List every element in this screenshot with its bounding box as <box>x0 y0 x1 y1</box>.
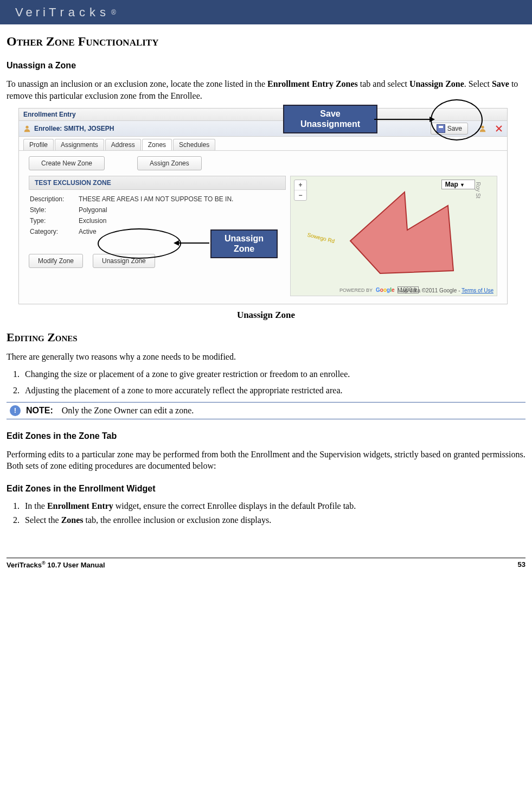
tab-assignments[interactable]: Assignments <box>55 139 104 150</box>
list-editing-reasons: Changing the size or placement of a zone… <box>22 369 525 395</box>
enrollee-label: Enrollee: SMITH, JOSEPH <box>34 125 114 132</box>
footer-left: VeriTracks® 10.7 User Manual <box>7 560 105 569</box>
label-category: Category: <box>30 228 74 235</box>
person-icon <box>23 125 31 132</box>
map-type-dropdown[interactable]: Map ▼ <box>441 180 475 189</box>
heading-edit-zones-zone-tab: Edit Zones in the Zone Tab <box>7 431 525 441</box>
zone-polygon <box>345 189 475 287</box>
value-type: Exclusion <box>79 217 106 225</box>
modify-zone-button[interactable]: Modify Zone <box>29 254 83 268</box>
callout-unassign-zone: UnassignZone <box>210 229 278 258</box>
heading-editing-zones: Editing Zones <box>7 330 525 344</box>
svg-point-0 <box>25 126 28 129</box>
heading-edit-zones-enrollment-widget: Edit Zones in the Enrollment Widget <box>7 484 525 494</box>
note-icon: ! <box>10 405 21 416</box>
paragraph-editing-intro: There are generally two reasons why a zo… <box>7 351 525 363</box>
callout-save-unassignment: SaveUnassignment <box>283 105 377 133</box>
brand-tracks: Tracks <box>49 5 110 20</box>
tab-profile[interactable]: Profile <box>23 139 54 150</box>
label-description: Description: <box>30 195 74 203</box>
terms-link[interactable]: Terms of Use <box>462 288 493 293</box>
heading-other-zone-functionality: Other Zone Functionality <box>7 34 525 49</box>
paragraph-unassign-intro: To unassign an inclusion or an exclusion… <box>7 78 525 101</box>
paragraph-edit-zone-tab: Performing edits to a particular zone ma… <box>7 449 525 472</box>
tab-bar: Profile Assignments Address Zones Schedu… <box>19 137 507 151</box>
heading-unassign-zone: Unassign a Zone <box>7 61 525 71</box>
value-category: Active <box>79 228 97 235</box>
create-new-zone-button[interactable]: Create New Zone <box>29 156 105 170</box>
screenshot-unassign-zone: Enrollment Entry Enrollee: SMITH, JOSEPH… <box>18 108 507 304</box>
page-footer: VeriTracks® 10.7 User Manual 53 <box>7 558 525 569</box>
figure-caption: Unassign Zone <box>7 310 525 321</box>
note-box: ! NOTE: Only the Zone Owner can edit a z… <box>7 402 525 419</box>
assign-zones-button[interactable]: Assign Zones <box>137 156 202 170</box>
list-item: Changing the size or placement of a zone… <box>22 369 525 379</box>
zone-name-header[interactable]: TEST EXCLUSION ZONE <box>29 176 286 190</box>
list-item: In the Enrollment Entry widget, ensure t… <box>22 501 525 511</box>
svg-marker-4 <box>350 192 453 273</box>
note-text: Only the Zone Owner can edit a zone. <box>62 406 194 416</box>
tab-address[interactable]: Address <box>105 139 141 150</box>
road-label-2: Roy St <box>475 182 480 199</box>
circle-unassign-button <box>98 228 181 259</box>
label-style: Style: <box>30 206 74 214</box>
value-description: THESE ARE AREAS I AM NOT SUPPOSE TO BE I… <box>79 195 233 203</box>
brand-reg: ® <box>111 9 116 16</box>
note-label: NOTE: <box>26 406 53 416</box>
map-credits: Map data ©2011 Google - Terms of Use <box>398 288 493 293</box>
brand-banner: VeriTracks® <box>0 0 532 24</box>
brand-veri: Veri <box>15 5 49 20</box>
value-style: Polygonal <box>79 206 107 214</box>
list-item: Select the Zones tab, the enrollee inclu… <box>22 515 525 525</box>
map-zoom-control[interactable]: +− <box>294 180 307 201</box>
list-item: Adjusting the placement of a zone to mor… <box>22 386 525 395</box>
tab-schedules[interactable]: Schedules <box>173 139 215 150</box>
google-logo: Google <box>376 287 394 293</box>
label-type: Type: <box>30 217 74 225</box>
arrow-to-save <box>374 119 434 120</box>
map-panel[interactable]: +− Map ▼ Sowego Rd Roy St POWERED BY Goo… <box>290 176 497 296</box>
list-enrollment-steps: In the Enrollment Entry widget, ensure t… <box>22 501 525 525</box>
close-icon[interactable] <box>495 125 503 132</box>
page-number: 53 <box>518 560 525 569</box>
svg-point-1 <box>481 126 484 129</box>
tab-zones[interactable]: Zones <box>142 139 172 150</box>
circle-save-button <box>431 99 483 141</box>
road-label-1: Sowego Rd <box>306 232 335 244</box>
